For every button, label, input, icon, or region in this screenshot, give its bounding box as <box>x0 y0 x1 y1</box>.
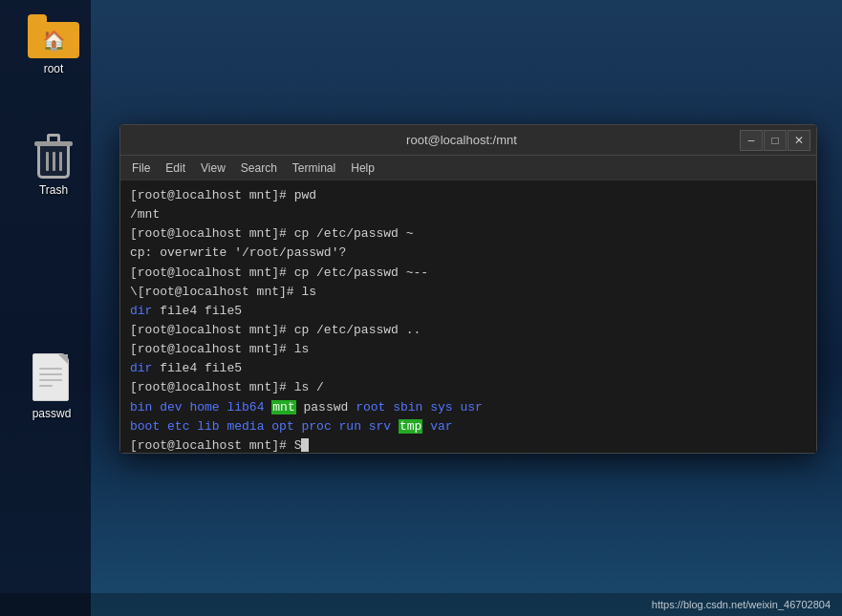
root-folder-label: root <box>44 62 64 75</box>
taskbar <box>0 0 91 616</box>
menu-search[interactable]: Search <box>233 159 285 177</box>
menu-help[interactable]: Help <box>343 159 382 177</box>
status-url: https://blog.csdn.net/weixin_46702804 <box>652 599 831 610</box>
trash-label: Trash <box>39 183 68 197</box>
menu-file[interactable]: File <box>124 159 158 177</box>
terminal-body[interactable]: [root@localhost mnt]# pwd /mnt [root@loc… <box>120 181 816 453</box>
minimize-button[interactable]: – <box>740 130 763 151</box>
passwd-file-icon[interactable]: passwd <box>13 353 90 420</box>
root-folder-icon[interactable]: 🏠 root <box>15 14 92 75</box>
status-bar: https://blog.csdn.net/weixin_46702804 <box>0 593 842 616</box>
trash-icon[interactable]: Trash <box>19 134 88 197</box>
desktop: 🏠 root Trash <box>0 0 842 616</box>
window-controls: – □ ✕ <box>740 130 810 151</box>
terminal-title: root@localhost:/mnt <box>184 133 740 147</box>
close-button[interactable]: ✕ <box>788 130 810 151</box>
terminal-menubar: File Edit View Search Terminal Help <box>120 156 816 181</box>
terminal-titlebar: root@localhost:/mnt – □ ✕ <box>120 125 816 156</box>
menu-terminal[interactable]: Terminal <box>285 159 343 177</box>
terminal-window: root@localhost:/mnt – □ ✕ File Edit View… <box>119 124 817 454</box>
menu-edit[interactable]: Edit <box>158 159 193 177</box>
maximize-button[interactable]: □ <box>764 130 787 151</box>
terminal-output: [root@localhost mnt]# pwd /mnt [root@loc… <box>130 186 807 453</box>
menu-view[interactable]: View <box>193 159 233 177</box>
passwd-label: passwd <box>32 407 72 420</box>
